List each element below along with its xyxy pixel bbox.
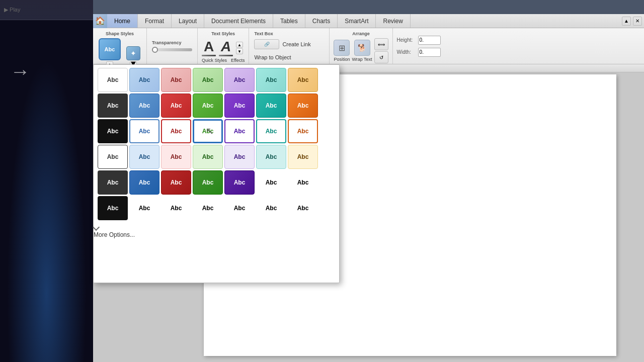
style-cell-6-1[interactable]: Abc <box>129 196 159 220</box>
style-cell-2-2[interactable]: Abc <box>161 94 191 118</box>
collapse-ribbon-btn[interactable]: ▲ <box>622 17 631 26</box>
style-cell-1-4[interactable]: Abc <box>224 68 255 92</box>
style-cell-5-0[interactable]: Abc <box>98 170 128 195</box>
style-cell-1-2[interactable]: Abc <box>161 68 191 92</box>
style-cell-5-3[interactable]: Abc <box>193 170 223 195</box>
style-cell-1-0[interactable]: Abc <box>98 68 128 92</box>
style-row-3: Abc Abc Abc Abc ↖ Abc Abc Abc <box>98 119 335 143</box>
quick-styles-preview[interactable]: Abc <box>99 38 121 60</box>
tab-doc-elements[interactable]: Document Elements <box>204 14 273 28</box>
more-options-btn[interactable]: More Options... <box>94 225 339 239</box>
style-cell-3-5[interactable]: Abc <box>256 119 286 143</box>
style-cell-2-4[interactable]: Abc <box>224 94 255 118</box>
sidebar-header: ▶ Play <box>0 0 93 20</box>
style-cell-6-6[interactable]: Abc <box>288 196 318 220</box>
style-cell-3-4[interactable]: Abc <box>224 119 255 143</box>
style-cell-4-5[interactable]: Abc <box>256 145 286 169</box>
style-cell-4-0[interactable]: Abc <box>98 145 128 169</box>
arrange-tools: ⊞ Position 🐕 Wrap Text ⟺ ↺ <box>334 38 388 63</box>
style-cell-1-5[interactable]: Abc <box>256 68 286 92</box>
style-cell-2-5[interactable]: Abc <box>256 94 286 118</box>
style-cell-4-2[interactable]: Abc <box>161 145 191 169</box>
wrap-text-btn[interactable]: 🐕 Wrap Text <box>352 40 372 62</box>
position-btn[interactable]: ⊞ Position <box>334 40 350 62</box>
tab-review[interactable]: Review <box>376 14 410 28</box>
position-icon: ⊞ <box>334 40 350 56</box>
style-cell-3-6[interactable]: Abc <box>288 119 318 143</box>
style-cell-2-0[interactable]: Abc <box>98 94 128 118</box>
text-qs-down[interactable]: ▼ <box>236 48 243 54</box>
hw-section: Height: Width: <box>393 28 445 64</box>
rotate-btn[interactable]: ↺ <box>374 51 388 63</box>
quick-styles-popup: Abc Abc Abc Abc Abc Abc Abc Abc Abc Abc … <box>93 64 340 283</box>
position-label: Position <box>334 57 350 62</box>
style-cell-5-4[interactable]: Abc <box>224 170 255 195</box>
style-cell-4-4[interactable]: Abc <box>224 145 255 169</box>
style-row-1: Abc Abc Abc Abc Abc Abc Abc <box>98 68 335 92</box>
text-underline <box>202 55 216 56</box>
style-cell-4-6[interactable]: Abc <box>288 145 318 169</box>
style-cell-3-3[interactable]: Abc ↖ <box>193 119 223 143</box>
style-cell-3-2[interactable]: Abc <box>161 119 191 143</box>
style-cell-6-5[interactable]: Abc <box>256 196 286 220</box>
style-row-2: Abc Abc Abc Abc Abc Abc Abc <box>98 94 335 118</box>
style-cell-4-1[interactable]: Abc <box>129 145 159 169</box>
tab-charts[interactable]: Charts <box>305 14 338 28</box>
tab-layout[interactable]: Layout <box>172 14 204 28</box>
style-cell-6-3[interactable]: Abc <box>193 196 223 220</box>
style-cell-4-3[interactable]: Abc <box>193 145 223 169</box>
align-btn[interactable]: ⟺ <box>374 38 388 50</box>
style-cell-5-1[interactable]: Abc <box>129 170 159 195</box>
text-a-group: A <box>202 40 216 56</box>
wrap-text-icon: 🐕 <box>354 40 370 56</box>
ribbon: Shape Styles Abc ▲ ▼ Quick Styles ✦ ▼ Ef… <box>93 28 644 64</box>
style-cell-1-3[interactable]: Abc <box>193 68 223 92</box>
style-cell-1-6[interactable]: Abc <box>288 68 318 92</box>
text-effects-label[interactable]: Effects <box>231 58 245 63</box>
transparency-thumb[interactable] <box>152 47 158 53</box>
close-ribbon-btn[interactable]: ✕ <box>633 17 642 26</box>
style-cell-6-0[interactable]: Abc <box>98 196 128 220</box>
arrange-section: Arrange ⊞ Position 🐕 Wrap Text ⟺ ↺ <box>330 28 392 64</box>
style-row-6: Abc Abc Abc Abc Abc Abc Abc <box>98 196 335 220</box>
tab-home[interactable]: Home <box>107 14 138 28</box>
style-cell-3-0[interactable]: Abc <box>98 119 128 143</box>
transparency-slider[interactable] <box>152 48 192 51</box>
wrap-text-label: Wrap Text <box>352 57 372 62</box>
text-qs-up[interactable]: ▲ <box>236 42 243 48</box>
style-cell-6-4[interactable]: Abc <box>224 196 255 220</box>
text-a2-icon: A <box>221 40 231 54</box>
text-quick-styles-label[interactable]: Quick Styles <box>202 58 227 63</box>
left-sidebar: ▶ Play → <box>0 0 93 362</box>
width-input[interactable] <box>418 48 441 57</box>
popup-grid-container: Abc Abc Abc Abc Abc Abc Abc Abc Abc Abc … <box>94 65 339 225</box>
style-cell-2-1[interactable]: Abc <box>129 94 159 118</box>
home-icon-tab[interactable]: 🏠 <box>93 14 107 28</box>
more-options-arrow <box>93 224 100 231</box>
wrap-to-object-btn[interactable]: Wrap to Object <box>254 53 324 61</box>
text-quick-styles-group: ▲ ▼ <box>236 42 243 54</box>
style-row-5: Abc Abc Abc Abc Abc Abc Abc <box>98 170 335 195</box>
style-cell-5-5[interactable]: Abc <box>256 170 286 195</box>
style-cell-2-3[interactable]: Abc <box>193 94 223 118</box>
style-cell-3-1[interactable]: Abc <box>129 119 159 143</box>
text-a2-group: A <box>219 40 233 56</box>
text-a-icon: A <box>204 40 214 54</box>
style-cell-5-2[interactable]: Abc <box>161 170 191 195</box>
back-btn[interactable]: ◀ <box>0 0 644 10</box>
tab-tables[interactable]: Tables <box>273 14 305 28</box>
style-cell-5-6[interactable]: Abc <box>288 170 318 195</box>
textbox-section: Text Box 🔗 Create Link Wrap to Object <box>249 28 330 64</box>
style-cell-1-1[interactable]: Abc <box>129 68 159 92</box>
height-label: Height: <box>397 37 416 43</box>
height-input[interactable] <box>418 36 441 45</box>
create-link-btn[interactable]: 🔗 Create Link <box>254 38 324 50</box>
tab-format[interactable]: Format <box>138 14 172 28</box>
shape-styles-label: Shape Styles <box>97 30 142 38</box>
text-style-btns: Quick Styles Effects <box>202 58 245 63</box>
wrap-to-object-label: Wrap to Object <box>254 54 291 60</box>
text-styles-tools: A A ▲ ▼ <box>202 38 245 58</box>
style-cell-6-2[interactable]: Abc <box>161 196 191 220</box>
tab-smartart[interactable]: SmartArt <box>338 14 376 28</box>
style-cell-2-6[interactable]: Abc <box>288 94 318 118</box>
